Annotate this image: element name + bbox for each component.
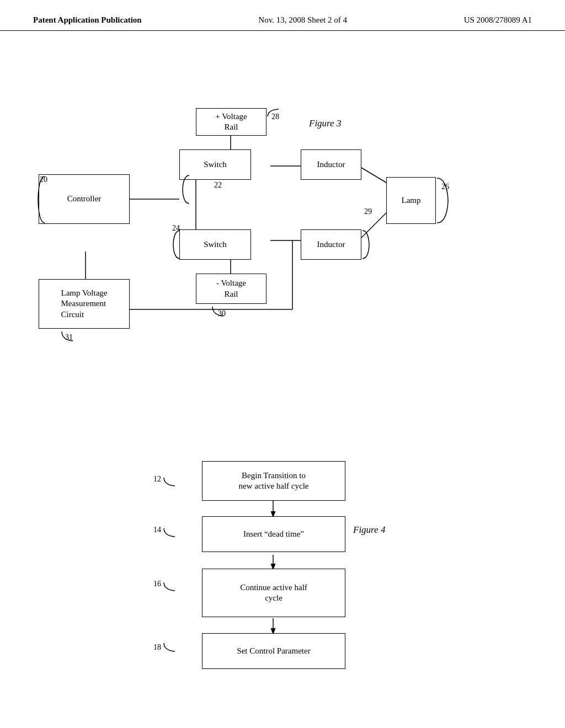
inductor-bottom-box: Inductor [301, 229, 361, 260]
content-area: Figure 3 + Voltage Rail 28 Switch Induct… [0, 36, 565, 709]
bracket-30 [211, 304, 225, 318]
label-16: 16 [153, 580, 161, 588]
bracket-20 [35, 175, 46, 224]
label-12: 12 [153, 475, 161, 484]
voltage-rail-neg-box: - Voltage Rail [196, 274, 266, 304]
figure4-label: Figure 4 [353, 524, 385, 536]
bracket-28 [266, 108, 280, 125]
figure3-label: Figure 3 [309, 118, 341, 129]
bracket-12 [163, 475, 177, 497]
voltage-rail-pos-box: + Voltage Rail [196, 108, 266, 136]
bracket-14 [163, 526, 177, 543]
bracket-16 [163, 580, 177, 602]
controller-box: Controller [39, 174, 130, 224]
patent-number-label: US 2008/278089 A1 [464, 15, 532, 25]
inductor-top-box: Inductor [301, 149, 361, 180]
bracket-24 [170, 229, 181, 260]
label-22: 22 [214, 181, 222, 190]
bracket-31 [61, 329, 74, 342]
bracket-26 [436, 177, 450, 224]
box18: Set Control Parameter [202, 633, 345, 669]
switch-bottom-box: Switch [179, 229, 251, 260]
box12: Begin Transition to new active half cycl… [202, 461, 345, 501]
label-18: 18 [153, 643, 161, 652]
lamp-box: Lamp [386, 177, 436, 224]
bracket-18 [163, 640, 177, 658]
box14: Insert “dead time” [202, 516, 345, 552]
page-header: Patent Application Publication Nov. 13, … [0, 0, 565, 31]
bracket-29 [361, 229, 372, 260]
label-14: 14 [153, 526, 161, 534]
lamp-voltage-box: Lamp Voltage Measurement Circuit [39, 279, 130, 329]
date-sheet-label: Nov. 13, 2008 Sheet 2 of 4 [258, 15, 347, 25]
svg-line-2 [359, 166, 386, 183]
bracket-22 [179, 174, 190, 205]
label-29: 29 [364, 207, 372, 216]
box16: Continue active half cycle [202, 569, 345, 617]
publication-label: Patent Application Publication [33, 15, 142, 25]
